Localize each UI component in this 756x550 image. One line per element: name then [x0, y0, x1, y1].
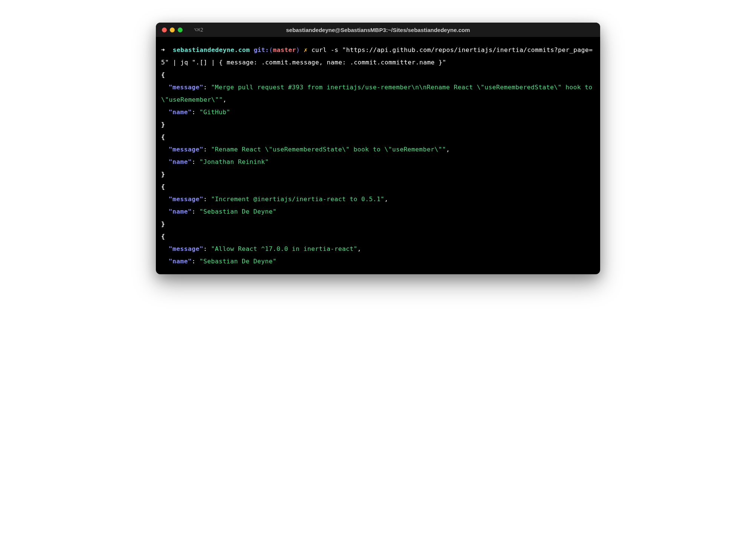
json-open-brace: { — [161, 131, 595, 143]
json-output: {"message": "Merge pull request #393 fro… — [161, 69, 595, 267]
json-key: "name" — [169, 208, 192, 215]
json-name-line: "name": "Sebastian De Deyne" — [161, 205, 595, 218]
json-name-line: "name": "Jonathan Reinink" — [161, 156, 595, 168]
prompt-cwd: sebastiandedeyne.com — [173, 46, 250, 53]
json-message-line: "message": "Merge pull request #393 from… — [161, 81, 595, 106]
minimize-button[interactable] — [170, 28, 175, 32]
git-branch: master — [273, 46, 296, 53]
tab-indicator: ⌥⌘2 — [194, 27, 203, 33]
json-name-line: "name": "GitHub" — [161, 106, 595, 118]
traffic-lights — [162, 28, 183, 32]
json-key: "name" — [169, 158, 192, 165]
json-message-line: "message": "Allow React ^17.0.0 in inert… — [161, 243, 595, 255]
titlebar: ⌥⌘2 sebastiandedeyne@SebastiansMBP3:~/Si… — [156, 23, 600, 37]
json-name-line: "name": "Sebastian De Deyne" — [161, 255, 595, 267]
terminal-body[interactable]: ➜ sebastiandedeyne.com git:(master) ✗ cu… — [156, 37, 600, 274]
json-value-name: "Sebastian De Deyne" — [200, 258, 277, 265]
json-close-brace: } — [161, 118, 595, 131]
json-key: "message" — [169, 146, 203, 153]
prompt-line: ➜ sebastiandedeyne.com git:(master) ✗ cu… — [161, 44, 595, 69]
json-key: "message" — [169, 196, 203, 203]
git-close-paren: ) — [296, 46, 300, 53]
json-value-name: "Jonathan Reinink" — [200, 158, 269, 165]
json-open-brace: { — [161, 230, 595, 243]
window-title: sebastiandedeyne@SebastiansMBP3:~/Sites/… — [286, 27, 470, 33]
close-button[interactable] — [162, 28, 167, 32]
json-message-line: "message": "Increment @inertiajs/inertia… — [161, 193, 595, 205]
json-value-name: "Sebastian De Deyne" — [200, 208, 277, 215]
json-open-brace: { — [161, 69, 595, 81]
git-label: git: — [254, 46, 269, 53]
json-open-brace: { — [161, 180, 595, 193]
json-message-line: "message": "Rename React \"useRemembered… — [161, 143, 595, 156]
json-key: "message" — [169, 245, 203, 252]
prompt-arrow: ➜ — [161, 46, 165, 53]
json-key: "name" — [169, 108, 192, 116]
maximize-button[interactable] — [178, 28, 183, 32]
json-key: "name" — [169, 258, 192, 265]
json-close-brace: } — [161, 218, 595, 230]
json-value-message: "Rename React \"useRememberedState\" boo… — [211, 146, 446, 153]
terminal-window: ⌥⌘2 sebastiandedeyne@SebastiansMBP3:~/Si… — [156, 23, 600, 274]
json-key: "message" — [169, 84, 203, 91]
git-open-paren: ( — [269, 46, 273, 53]
json-close-brace: } — [161, 168, 595, 180]
prompt-dirty-indicator: ✗ — [304, 46, 308, 53]
json-value-name: "GitHub" — [200, 108, 230, 116]
json-value-message: "Increment @inertiajs/inertia-react to 0… — [211, 196, 384, 203]
json-value-message: "Allow React ^17.0.0 in inertia-react" — [211, 245, 357, 252]
